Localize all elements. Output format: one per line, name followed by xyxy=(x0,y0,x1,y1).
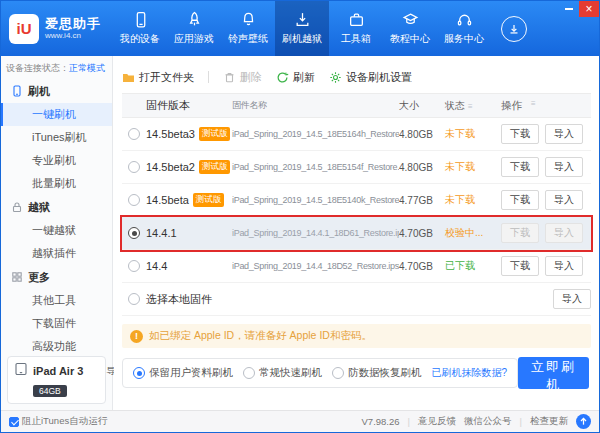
keep-data-radio[interactable]: 保留用户资料刷机 xyxy=(133,366,233,380)
nav-tab-my-device[interactable]: 我的设备 xyxy=(113,1,167,56)
import-button[interactable]: 导入 xyxy=(545,256,583,276)
firmware-name: iPad_Spring_2019_14.4.1_18D61_Restore.ip… xyxy=(232,228,399,238)
nav-tab-tutorials[interactable]: 教程中心 xyxy=(383,1,437,56)
block-itunes-checkbox[interactable]: 阻止iTunes自动运行 xyxy=(9,415,107,428)
sidebar-group-flash[interactable]: 刷机 xyxy=(1,79,112,103)
sidebar-item-one-key-jailbreak[interactable]: 一键越狱 xyxy=(1,219,112,242)
quick-flash-radio[interactable]: 常规快速刷机 xyxy=(243,366,322,380)
anti-recovery-radio[interactable]: 防数据恢复刷机 xyxy=(332,366,422,380)
notice-text: 如已绑定 Apple ID，请准备好 Apple ID和密码。 xyxy=(149,329,372,343)
flash-download-icon xyxy=(294,11,311,28)
row-radio[interactable] xyxy=(128,161,140,173)
firmware-size: 4.77GB xyxy=(399,195,445,206)
beta-badge: 测试版 xyxy=(199,160,231,174)
separator: | xyxy=(408,416,410,427)
row-radio[interactable] xyxy=(128,128,140,140)
nav-tab-apps-games[interactable]: 应用游戏 xyxy=(167,1,221,56)
delete-button[interactable]: 删除 xyxy=(223,70,262,85)
wechat-link[interactable]: 微信公众号 xyxy=(464,415,512,428)
nav-label: 应用游戏 xyxy=(174,32,214,46)
update-arrow-icon[interactable] xyxy=(576,414,591,429)
open-folder-button[interactable]: 打开文件夹 xyxy=(122,70,194,85)
nav-label: 我的设备 xyxy=(120,32,160,46)
import-button[interactable]: 导入 xyxy=(545,190,583,210)
firmware-name: iPad_Spring_2019_14.5_18E5164h_Restore.i… xyxy=(232,129,399,139)
graduation-cap-icon xyxy=(402,11,419,28)
local-firmware-row[interactable]: 选择本地固件 导入 xyxy=(122,283,591,316)
check-update-link[interactable]: 检查更新 xyxy=(530,415,568,428)
nav-label: 铃声壁纸 xyxy=(228,32,268,46)
firmware-row[interactable]: 14.5beta测试版 iPad_Spring_2019_14.5_18E514… xyxy=(122,184,591,217)
device-flash-settings-button[interactable]: 设备刷机设置 xyxy=(329,70,412,85)
app-window: iU 爱思助手 www.i4.cn 我的设备 应用游戏 xyxy=(0,0,600,433)
nav-tab-ringtones-wallpapers[interactable]: 铃声壁纸 xyxy=(221,1,275,56)
firmware-version: 14.5beta2 xyxy=(146,161,195,173)
warning-icon: ! xyxy=(130,330,143,343)
firmware-status: 未下载 xyxy=(445,160,501,174)
table-header: 固件版本 固件名称 大小 状态≡ 操作≡ xyxy=(122,94,591,118)
firmware-row-selected[interactable]: 14.4.1 iPad_Spring_2019_14.4.1_18D61_Res… xyxy=(122,217,591,250)
firmware-name: iPad_Spring_2019_14.5_18E5154f_Restore.i… xyxy=(232,162,399,172)
nav-tab-service[interactable]: 服务中心 xyxy=(437,1,491,56)
download-button[interactable]: 下载 xyxy=(501,124,539,144)
checkbox-label: 阻止iTunes自动运行 xyxy=(22,415,107,428)
sidebar-item-other-tools[interactable]: 其他工具 xyxy=(1,289,112,312)
radio-circle xyxy=(243,367,255,379)
connection-status-value: 正常模式 xyxy=(69,63,105,73)
topbar: iU 爱思助手 www.i4.cn 我的设备 应用游戏 xyxy=(1,1,599,56)
sidebar-item-jailbreak-plugins[interactable]: 越狱插件 xyxy=(1,242,112,265)
erase-data-link[interactable]: 已刷机抹除数据? xyxy=(432,366,508,380)
sidebar-item-pro-flash[interactable]: 专业刷机 xyxy=(1,149,112,172)
sidebar-group-jailbreak[interactable]: 越狱 xyxy=(1,195,112,219)
firmware-version: 14.5beta xyxy=(146,194,189,206)
firmware-size: 4.80GB xyxy=(399,162,445,173)
nav-tab-flash-jailbreak[interactable]: 刷机越狱 xyxy=(275,1,329,56)
group-label: 刷机 xyxy=(28,84,50,99)
row-radio[interactable] xyxy=(128,194,140,206)
import-button[interactable]: 导入 xyxy=(545,124,583,144)
download-button[interactable]: 下载 xyxy=(501,190,539,210)
import-button[interactable]: 导入 xyxy=(553,289,591,309)
menu-icon[interactable]: ≡ xyxy=(531,99,536,113)
sidebar-item-itunes-flash[interactable]: iTunes刷机 xyxy=(1,126,112,149)
row-radio[interactable] xyxy=(128,260,140,272)
firmware-row[interactable]: 14.5beta3测试版 iPad_Spring_2019_14.5_18E51… xyxy=(122,118,591,151)
minimize-button[interactable] xyxy=(559,1,579,17)
group-label: 更多 xyxy=(28,270,50,285)
import-button[interactable]: 导入 xyxy=(545,157,583,177)
firmware-version: 14.4 xyxy=(146,260,167,272)
ipad-icon xyxy=(14,362,28,380)
rocket-icon xyxy=(186,11,203,28)
flash-mode-options: 保留用户资料刷机 常规快速刷机 防数据恢复刷机 已刷机抹除数据? xyxy=(122,358,518,388)
sidebar-item-one-key-flash[interactable]: 一键刷机 xyxy=(1,103,112,126)
device-capacity-badge: 64GB xyxy=(33,385,67,397)
download-button[interactable]: 下载 xyxy=(501,157,539,177)
feedback-link[interactable]: 意见反馈 xyxy=(418,415,456,428)
main-nav: 我的设备 应用游戏 铃声壁纸 刷机越狱 xyxy=(113,1,491,56)
flash-now-button[interactable]: 立即刷机 xyxy=(518,357,589,389)
firmware-version: 14.5beta3 xyxy=(146,128,195,140)
firmware-row[interactable]: 14.5beta2测试版 iPad_Spring_2019_14.5_18E51… xyxy=(122,151,591,184)
row-radio[interactable] xyxy=(128,293,140,305)
nav-tab-toolbox[interactable]: 工具箱 xyxy=(329,1,383,56)
separator: | xyxy=(520,416,522,427)
sidebar-group-more[interactable]: 更多 xyxy=(1,265,112,289)
flash-controls: 保留用户资料刷机 常规快速刷机 防数据恢复刷机 已刷机抹除数据? 立即刷机 xyxy=(122,357,591,389)
firmware-row[interactable]: 14.4 iPad_Spring_2019_14.4_18D52_Restore… xyxy=(122,250,591,283)
close-button[interactable]: × xyxy=(579,1,599,17)
download-button-disabled[interactable]: 下载 xyxy=(501,223,539,243)
firmware-version: 14.4.1 xyxy=(146,227,177,239)
sidebar-item-batch-flash[interactable]: 批量刷机 xyxy=(1,172,112,195)
download-manager-button[interactable] xyxy=(501,16,527,42)
firmware-table: 固件版本 固件名称 大小 状态≡ 操作≡ 14.5beta3测试版 iPad_S… xyxy=(122,93,591,316)
firmware-size: 4.80GB xyxy=(399,129,445,140)
firmware-size: 4.70GB xyxy=(399,228,445,239)
sidebar-item-download-firmware[interactable]: 下载固件 xyxy=(1,312,112,335)
connection-status-label: 设备连接状态： xyxy=(6,63,69,73)
row-radio-selected[interactable] xyxy=(128,227,140,239)
import-button-disabled[interactable]: 导入 xyxy=(545,223,583,243)
download-button[interactable]: 下载 xyxy=(501,256,539,276)
sidebar-item-advanced[interactable]: 高级功能 xyxy=(1,335,112,358)
refresh-button[interactable]: 刷新 xyxy=(276,70,315,85)
filter-icon[interactable]: ≡ xyxy=(468,102,473,111)
